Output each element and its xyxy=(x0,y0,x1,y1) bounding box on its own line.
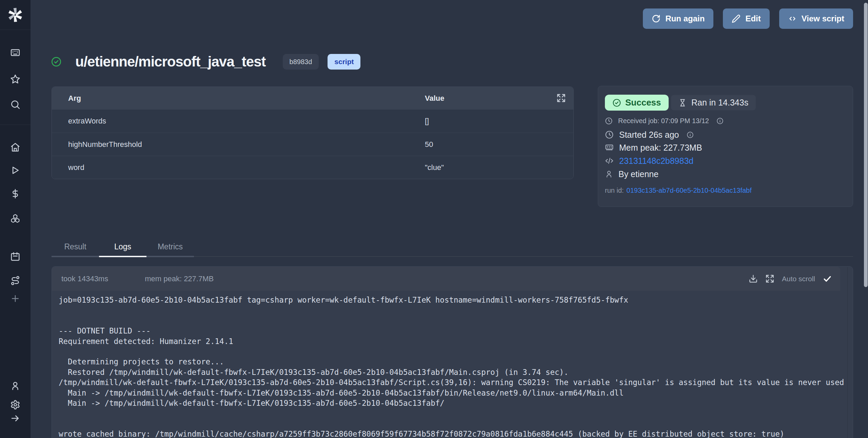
script-kind-badge[interactable]: script xyxy=(328,54,360,70)
edit-button[interactable]: Edit xyxy=(723,8,769,29)
expand-sidebar-arrow-icon[interactable] xyxy=(10,413,20,423)
sidebar-divider xyxy=(0,125,31,125)
schedules-calendar-icon[interactable] xyxy=(10,251,20,262)
memory-stick-icon xyxy=(605,143,614,152)
log-scrollbar-track[interactable] xyxy=(847,267,848,438)
run-id-link[interactable]: 0193c135-ab7d-60e5-2b10-04b5ac13fabf xyxy=(627,187,752,194)
view-script-label: View script xyxy=(802,14,844,23)
settings-gear-icon[interactable] xyxy=(10,400,20,410)
arg-value: [] xyxy=(425,117,429,126)
script-hash-link[interactable]: 23131148c2b8983d xyxy=(619,156,693,166)
log-controls: Auto scroll xyxy=(749,274,832,284)
variables-dollar-icon[interactable] xyxy=(10,189,20,199)
arg-name: highNumberThreshold xyxy=(52,140,142,149)
expand-args-icon[interactable] xyxy=(556,93,566,103)
received-label: Received job: 07:09 PM 13/12 xyxy=(618,117,709,125)
received-row: Received job: 07:09 PM 13/12 xyxy=(605,114,724,128)
log-content: job=0193c135-ab7d-60e5-2b10-04b5ac13fabf… xyxy=(52,291,853,438)
mem-peak-label: Mem peak: 227.73MB xyxy=(619,143,702,153)
arg-name: extraWords xyxy=(52,117,106,126)
resources-boxes-icon[interactable] xyxy=(10,213,20,223)
table-row: word "clue" xyxy=(52,156,573,179)
apps-keyboard-icon[interactable] xyxy=(10,47,20,58)
arg-value: "clue" xyxy=(425,163,444,172)
tab-metrics[interactable]: Metrics xyxy=(146,237,194,257)
auto-scroll-label: Auto scroll xyxy=(782,275,815,283)
status-badge: Success xyxy=(605,95,669,111)
page-title: u/etienne/microsoft_java_test xyxy=(75,54,266,70)
title-row: u/etienne/microsoft_java_test b8983d scr… xyxy=(51,54,360,70)
sidebar xyxy=(0,0,31,438)
clock-icon xyxy=(605,130,614,139)
edit-label: Edit xyxy=(745,14,761,23)
duration-box: Ran in 14.343s xyxy=(671,95,756,110)
started-row: Started 26s ago xyxy=(605,128,694,141)
home-icon[interactable] xyxy=(10,142,20,152)
user-icon xyxy=(605,170,613,178)
pencil-icon xyxy=(732,14,741,23)
result-tabs: Result Logs Metrics xyxy=(52,237,853,257)
col-value-label: Value xyxy=(425,94,444,103)
log-mem-peak-label: mem peak: 227.7MB xyxy=(145,274,214,283)
run-id-row: run id:0193c135-ab7d-60e5-2b10-04b5ac13f… xyxy=(605,187,752,194)
arg-name: word xyxy=(52,163,84,172)
code-icon xyxy=(788,14,797,23)
log-header: took 14343ms mem peak: 227.7MB Auto scro… xyxy=(52,267,840,291)
favorites-star-icon[interactable] xyxy=(10,74,20,84)
table-row: highNumberThreshold 50 xyxy=(52,133,573,156)
runs-play-icon[interactable] xyxy=(10,165,20,175)
run-info-panel: Success Ran in 14.343s Received job: 07:… xyxy=(598,86,853,207)
arg-value: 50 xyxy=(425,140,433,149)
col-arg-label: Arg xyxy=(52,94,81,103)
hourglass-icon xyxy=(678,99,687,107)
expand-log-icon[interactable] xyxy=(765,274,774,283)
run-id-label: run id: xyxy=(605,187,624,194)
refresh-icon xyxy=(652,14,660,23)
script-hash-row: 23131148c2b8983d xyxy=(605,154,693,168)
code-icon xyxy=(605,156,614,165)
view-script-button[interactable]: View script xyxy=(779,8,853,29)
info-icon[interactable] xyxy=(716,117,724,125)
status-label: Success xyxy=(625,97,661,108)
download-icon[interactable] xyxy=(749,274,758,283)
tab-logs[interactable]: Logs xyxy=(99,237,146,257)
clock-icon xyxy=(605,117,613,125)
add-plus-icon[interactable] xyxy=(10,293,20,304)
script-hash-badge: b8983d xyxy=(283,54,319,70)
by-user-label: By etienne xyxy=(618,169,658,179)
success-check-circle-icon xyxy=(51,56,62,67)
by-user-row: By etienne xyxy=(605,167,658,181)
args-table-header: Arg Value xyxy=(52,87,573,110)
search-icon[interactable] xyxy=(10,99,20,110)
mem-peak-row: Mem peak: 227.73MB xyxy=(605,141,702,154)
windmill-logo-icon xyxy=(7,7,23,23)
success-check-circle-icon xyxy=(612,98,621,107)
duration-label: Ran in 14.343s xyxy=(691,98,748,108)
run-again-label: Run again xyxy=(665,14,705,23)
tab-result[interactable]: Result xyxy=(52,237,99,257)
toolbar: Run again Edit View script xyxy=(643,8,853,29)
args-table: Arg Value extraWords [] highNumberThresh… xyxy=(52,87,574,179)
info-icon[interactable] xyxy=(687,131,694,138)
auto-scroll-checkbox[interactable] xyxy=(823,274,832,284)
account-user-icon[interactable] xyxy=(10,381,20,391)
run-again-button[interactable]: Run again xyxy=(643,8,713,29)
log-took-label: took 14343ms xyxy=(61,274,108,283)
windmill-logo[interactable] xyxy=(0,0,31,30)
started-label: Started 26s ago xyxy=(619,130,679,140)
flows-route-icon[interactable] xyxy=(10,275,20,286)
page-scrollbar-thumb[interactable] xyxy=(864,3,868,287)
log-panel: took 14343ms mem peak: 227.7MB Auto scro… xyxy=(52,266,853,438)
table-row: extraWords [] xyxy=(52,110,573,133)
